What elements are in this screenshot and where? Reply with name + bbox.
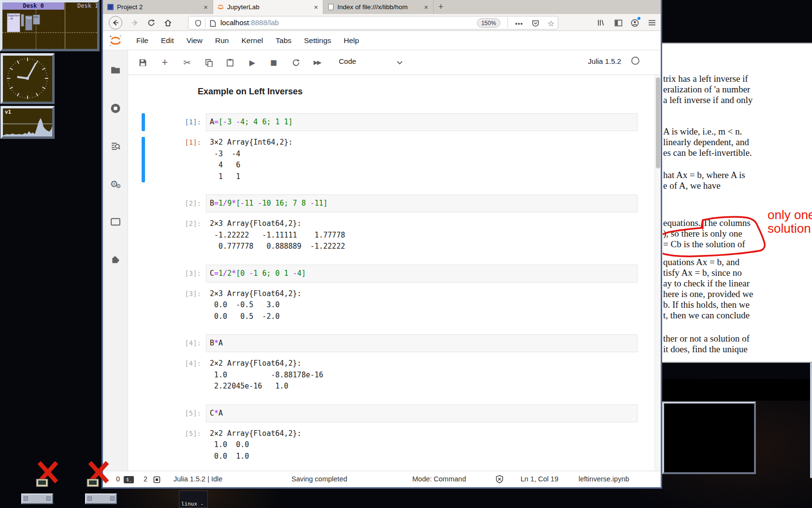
kernel-chip-icon[interactable] <box>153 476 161 485</box>
notebook-cell[interactable]: [4]:B*A[4]:2×2 Array{Float64,2}: 1.0 -8.… <box>128 334 649 392</box>
shield-icon[interactable] <box>192 18 204 29</box>
notebook-scroll-area: Example on Left Inverses [1]:A=[-3 -4; 4… <box>128 75 661 471</box>
cursor-position[interactable]: Ln 1, Col 19 <box>521 475 558 483</box>
menubar-item-edit[interactable]: Edit <box>155 36 180 45</box>
tab-close-icon[interactable]: × <box>203 3 209 11</box>
pager-mini-window-jupyterlab[interactable]: JupyterLab — M <box>7 13 20 32</box>
cell-type-dropdown[interactable]: Code <box>339 57 356 65</box>
trust-shield-icon[interactable] <box>495 475 504 485</box>
code-editor[interactable]: B=1/9*[-11 -10 16; 7 8 -11] <box>206 194 638 212</box>
tab-close-icon[interactable]: × <box>313 3 319 11</box>
terminal-count[interactable]: 0 <box>116 475 120 483</box>
browser-tab[interactable]: JupyterLab× <box>213 0 323 14</box>
pdf-document-window[interactable]: trix has a left inverse iferalization of… <box>662 43 812 363</box>
xterm-desktop-icon[interactable] <box>86 460 111 490</box>
document-line: ay to check if the linear <box>663 278 812 289</box>
document-paragraph: hat Ax = b, where A ise of A, we have <box>663 170 812 191</box>
run-all-button[interactable]: ▶▶ <box>309 55 325 70</box>
notebook-cell[interactable]: [1]:A=[-3 -4; 4 6; 1 1][1]:3×2 Array{Int… <box>128 113 649 182</box>
run-cell-button[interactable]: ▶ <box>245 55 260 70</box>
document-paragraph: trix has a left inverse iferalization of… <box>663 74 812 105</box>
virtual-desktop-pager[interactable]: Desk 0 Desk 1 JupyterLab — M Tool src <box>0 0 100 51</box>
document-line: trix has a left inverse if <box>663 74 812 84</box>
paste-cells-button[interactable] <box>222 55 238 70</box>
file-browser-icon[interactable] <box>103 59 128 80</box>
cut-cells-button[interactable]: ✂ <box>179 55 195 70</box>
markdown-heading[interactable]: Example on Left Inverses <box>198 87 649 97</box>
output-text: 2×2 Array{Float64,2}: 1.0 0.0 0.0 1.0 <box>206 428 302 463</box>
menubar-item-view[interactable]: View <box>180 36 209 45</box>
pager-mini-window-tool[interactable]: Tool <box>25 15 32 30</box>
menubar-item-help[interactable]: Help <box>337 36 365 45</box>
pager-mini-window[interactable] <box>21 14 24 27</box>
home-button[interactable] <box>161 16 174 30</box>
kernel-status-text[interactable]: Julia 1.5.2 | Idle <box>174 475 222 483</box>
save-button[interactable] <box>135 55 150 70</box>
jupyterlab-menubar: FileEditViewRunKernelTabsSettingsHelp <box>103 31 661 50</box>
stop-kernel-button[interactable]: ■ <box>266 55 281 70</box>
notebook-cell[interactable]: [5]:C*A[5]:2×2 Array{Float64,2}: 1.0 0.0… <box>128 404 649 463</box>
code-editor[interactable]: C*A <box>206 404 638 422</box>
input-collapser[interactable] <box>142 113 145 131</box>
notebook-cell[interactable]: [2]:B=1/9*[-11 -10 16; 7 8 -11][2]:2×3 A… <box>128 194 649 253</box>
code-editor[interactable]: C=1/2*[0 -1 6; 0 1 -4] <box>206 265 638 283</box>
back-button[interactable] <box>109 16 122 30</box>
menu-hamburger-icon[interactable] <box>645 16 659 30</box>
copy-cells-button[interactable] <box>201 55 217 70</box>
new-tab-button[interactable]: + <box>434 0 448 14</box>
menubar-item-tabs[interactable]: Tabs <box>269 36 298 45</box>
tab-close-icon[interactable]: × <box>423 3 429 11</box>
pager-mini-window-src[interactable]: src <box>33 15 40 25</box>
menubar-item-settings[interactable]: Settings <box>298 36 337 45</box>
zoom-level-badge[interactable]: 150% <box>477 18 500 28</box>
library-icon[interactable] <box>594 16 608 30</box>
document-paragraph: ther or not a solution ofit does, find t… <box>663 333 812 355</box>
taskbar-item-linux[interactable]: linux - <box>179 491 208 508</box>
notification-dot <box>638 17 640 20</box>
browser-tab[interactable]: Index of file:///x/libb/hom× <box>323 0 434 14</box>
page-actions-icon[interactable]: ••• <box>513 18 525 29</box>
chevron-down-icon[interactable] <box>397 61 403 65</box>
iconified-window-titlebar[interactable] <box>21 493 53 504</box>
jupyter-favicon-icon <box>217 3 224 11</box>
account-icon[interactable] <box>628 16 641 30</box>
url-bar[interactable]: localhost:8888/lab 150% ••• ☆ <box>188 16 558 30</box>
notebook-cells: Example on Left Inverses [1]:A=[-3 -4; 4… <box>128 75 649 471</box>
url-text[interactable]: localhost:8888/lab <box>220 18 279 27</box>
scrollbar-thumb[interactable] <box>656 77 660 168</box>
code-editor[interactable]: A=[-3 -4; 4 6; 1 1] <box>206 113 638 131</box>
iconified-window-titlebar[interactable] <box>85 493 117 504</box>
forward-button[interactable] <box>128 16 142 30</box>
pocket-icon[interactable] <box>530 18 541 29</box>
pager-desk0-title[interactable]: Desk 0 <box>2 2 64 10</box>
open-tabs-icon[interactable] <box>103 211 128 232</box>
clock-minute-hand <box>28 63 36 78</box>
command-mode-indicator[interactable]: Mode: Command <box>412 475 466 483</box>
terminal-window[interactable] <box>662 402 756 474</box>
code-editor[interactable]: B*A <box>206 334 638 352</box>
sidebar-toggle-icon[interactable] <box>611 16 625 30</box>
kernel-status-icon[interactable] <box>631 57 639 65</box>
extension-manager-icon[interactable] <box>103 249 128 270</box>
notebook-cell[interactable]: [3]:C=1/2*[0 -1 6; 0 1 -4][3]:2×3 Array{… <box>128 265 649 323</box>
page-info-icon[interactable] <box>207 18 218 29</box>
menubar-item-kernel[interactable]: Kernel <box>235 36 269 45</box>
browser-tab[interactable]: Project 2× <box>103 0 213 14</box>
property-inspector-icon[interactable]: ⚙⚙ <box>103 173 128 194</box>
kernel-name-label[interactable]: Julia 1.5.2 <box>588 57 621 65</box>
restart-kernel-button[interactable] <box>288 55 304 70</box>
menubar-item-run[interactable]: Run <box>209 36 235 45</box>
terminal-icon[interactable]: $_ <box>124 476 134 483</box>
bookmark-star-icon[interactable]: ☆ <box>545 18 557 29</box>
reload-button[interactable] <box>145 16 158 30</box>
menubar-item-file[interactable]: File <box>130 36 155 45</box>
xterm-desktop-icon[interactable] <box>35 460 60 490</box>
command-palette-icon[interactable] <box>103 135 128 157</box>
pager-desk1-title[interactable]: Desk 1 <box>65 2 97 10</box>
add-cell-button[interactable]: + <box>157 55 173 70</box>
running-sessions-icon[interactable] <box>103 98 128 119</box>
kernel-count[interactable]: 2 <box>144 475 147 483</box>
cell-output-row: [4]:2×2 Array{Float64,2}: 1.0 -8.88178e-… <box>128 358 649 392</box>
notebook-scrollbar[interactable] <box>654 75 661 471</box>
output-collapser[interactable] <box>142 137 145 182</box>
